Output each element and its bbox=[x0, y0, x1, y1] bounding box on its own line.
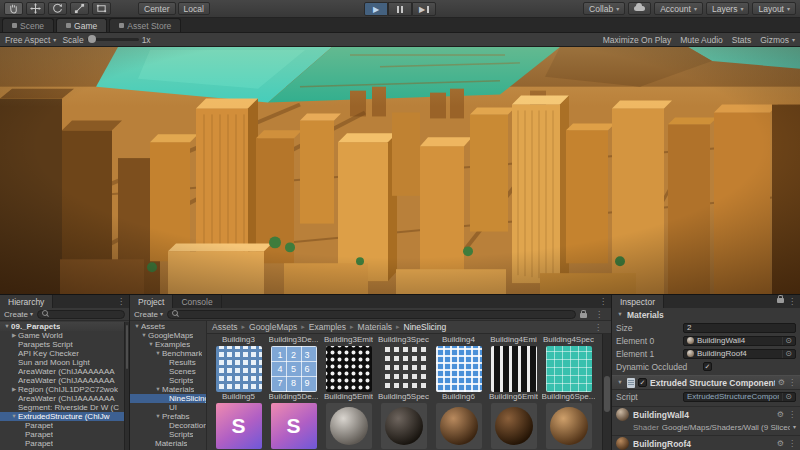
breadcrumb-item[interactable]: Materials bbox=[358, 322, 392, 332]
asset-cell[interactable]: SBuildingRow... bbox=[211, 403, 266, 450]
element1-object-field[interactable]: BuildingRoof4 ⊙ bbox=[683, 349, 796, 359]
move-tool-button[interactable] bbox=[26, 2, 45, 15]
asset-cell[interactable]: BuildingWall3 bbox=[431, 403, 486, 450]
folder-row[interactable]: ▼Prefabs bbox=[130, 412, 206, 421]
material1-menu-icon[interactable]: ⋮ bbox=[788, 411, 796, 419]
asset-cell[interactable]: Building5 bbox=[211, 346, 266, 402]
material2-header[interactable]: BuildingRoof4 ⚙ ⋮ bbox=[612, 435, 800, 450]
breadcrumb-item-current[interactable]: NineSlicing bbox=[404, 322, 447, 332]
script-object-field[interactable]: ExtrudedStructureComponent ⊙ bbox=[683, 392, 796, 402]
texture-thumbnail[interactable] bbox=[436, 346, 482, 392]
shader-value[interactable]: Google/Maps/Shaders/Wall (9 Sliced), Deb… bbox=[662, 423, 790, 432]
play-button[interactable]: ▶ bbox=[364, 2, 388, 16]
scrollbar-thumb[interactable] bbox=[126, 325, 128, 369]
stats-toggle[interactable]: Stats bbox=[732, 35, 751, 45]
asset-cell[interactable]: Building3Emit bbox=[321, 335, 376, 345]
inspector-lock-icon[interactable] bbox=[777, 298, 784, 303]
size-field[interactable]: 2 bbox=[683, 323, 796, 333]
cloud-services-button[interactable] bbox=[628, 2, 651, 15]
account-dropdown[interactable]: Account ▾ bbox=[654, 2, 703, 15]
tab-asset-store[interactable]: Asset Store bbox=[109, 18, 181, 32]
aspect-dropdown[interactable]: Free Aspect ▾ bbox=[5, 35, 56, 45]
hand-tool-button[interactable] bbox=[4, 2, 23, 15]
scale-slider[interactable] bbox=[87, 38, 139, 41]
foldout-open-icon[interactable]: ▼ bbox=[3, 324, 11, 330]
tab-hierarchy[interactable]: Hierarchy bbox=[0, 295, 53, 308]
breadcrumb-item[interactable]: Assets bbox=[212, 322, 238, 332]
object-picker-icon[interactable]: ⊙ bbox=[782, 393, 792, 401]
material-thumbnail[interactable] bbox=[491, 403, 537, 449]
hierarchy-item[interactable]: ▶Game World bbox=[0, 331, 129, 340]
hierarchy-item[interactable]: AreaWater (ChIJAAAAAAA bbox=[0, 394, 129, 403]
project-scrollbar[interactable] bbox=[602, 334, 611, 450]
asset-cell[interactable]: Building6 bbox=[431, 346, 486, 402]
hierarchy-item[interactable]: Parapet bbox=[0, 430, 129, 439]
asset-cell[interactable]: BuildingWall... bbox=[321, 403, 376, 450]
material1-header[interactable]: BuildingWall4 ⚙ ⋮ bbox=[612, 406, 800, 422]
hierarchy-scene-row[interactable]: ▼ 09._Parapets bbox=[0, 322, 129, 331]
substance-thumbnail[interactable]: S bbox=[271, 403, 317, 449]
object-picker-icon[interactable]: ⊙ bbox=[782, 350, 792, 358]
breadcrumb-item[interactable]: Examples bbox=[309, 322, 346, 332]
materials-foldout[interactable]: ▼ Materials bbox=[612, 308, 800, 321]
gear-icon[interactable]: ⚙ bbox=[777, 440, 784, 448]
texture-thumbnail[interactable] bbox=[381, 346, 427, 392]
dynamic-occluded-checkbox[interactable]: ✓ bbox=[703, 362, 712, 371]
scrollbar-thumb[interactable] bbox=[604, 376, 610, 412]
gear-icon[interactable]: ⚙ bbox=[777, 411, 784, 419]
hierarchy-create-button[interactable]: Create ▾ bbox=[4, 310, 33, 319]
texture-thumbnail[interactable] bbox=[326, 346, 372, 392]
asset-cell[interactable]: Building3Spec bbox=[376, 335, 431, 345]
folder-row[interactable]: UI bbox=[130, 403, 206, 412]
asset-cell[interactable]: 1 2 3 4 5 6 7 8 9Building5De... bbox=[266, 346, 321, 402]
step-button[interactable]: ▶ bbox=[412, 2, 436, 16]
maximize-on-play-toggle[interactable]: Maximize On Play bbox=[603, 35, 672, 45]
collab-dropdown[interactable]: Collab ▾ bbox=[583, 2, 625, 15]
hierarchy-item[interactable]: Parapet bbox=[0, 421, 129, 430]
rotate-tool-button[interactable] bbox=[48, 2, 67, 15]
layout-dropdown[interactable]: Layout ▾ bbox=[752, 2, 796, 15]
layers-dropdown[interactable]: Layers ▾ bbox=[706, 2, 750, 15]
tab-scene[interactable]: Scene bbox=[2, 18, 54, 32]
material-thumbnail[interactable] bbox=[381, 403, 427, 449]
scale-tool-button[interactable] bbox=[70, 2, 89, 15]
hierarchy-item[interactable]: API Key Checker bbox=[0, 349, 129, 358]
foldout-open-icon[interactable]: ▼ bbox=[154, 387, 162, 393]
folder-row[interactable]: ▼Benchmark bbox=[130, 349, 206, 358]
component-header[interactable]: ▼ ✓ Extruded Structure Component (Script… bbox=[612, 375, 800, 390]
asset-cell[interactable]: Building4Emi bbox=[486, 335, 541, 345]
foldout-open-icon[interactable]: ▼ bbox=[140, 333, 148, 339]
pause-button[interactable] bbox=[388, 2, 412, 16]
hierarchy-menu-icon[interactable]: ⋮ bbox=[113, 295, 129, 308]
hierarchy-item[interactable]: Sun and Moon Light bbox=[0, 358, 129, 367]
asset-cell[interactable]: Building5Spec bbox=[376, 346, 431, 402]
folder-row[interactable]: ▼Materials bbox=[130, 385, 206, 394]
folder-row[interactable]: Decorations bbox=[130, 421, 206, 430]
hierarchy-item-selected[interactable]: ▼ExtrudedStructure (ChIJw bbox=[0, 412, 129, 421]
texture-thumbnail[interactable] bbox=[546, 346, 592, 392]
gizmos-dropdown[interactable]: Gizmos ▾ bbox=[760, 35, 795, 45]
hierarchy-search-input[interactable] bbox=[37, 310, 125, 319]
asset-cell[interactable]: SBuildingWall1 bbox=[266, 403, 321, 450]
project-options-icon[interactable]: ⋮ bbox=[591, 310, 607, 319]
object-picker-icon[interactable]: ⊙ bbox=[782, 337, 792, 345]
folder-row[interactable]: Scripts bbox=[130, 430, 206, 439]
handle-space-button[interactable]: Local bbox=[178, 2, 210, 15]
rect-tool-button[interactable] bbox=[92, 2, 111, 15]
hierarchy-item[interactable]: ▶Region (ChIJL1DP2C72wok bbox=[0, 385, 129, 394]
foldout-open-icon[interactable]: ▼ bbox=[133, 324, 141, 330]
folder-row[interactable]: ▼GoogleMaps bbox=[130, 331, 206, 340]
mute-audio-toggle[interactable]: Mute Audio bbox=[680, 35, 723, 45]
foldout-open-icon[interactable]: ▼ bbox=[154, 414, 162, 420]
foldout-open-icon[interactable]: ▼ bbox=[10, 414, 18, 420]
substance-thumbnail[interactable]: S bbox=[216, 403, 262, 449]
tab-project[interactable]: Project bbox=[130, 295, 173, 308]
asset-cell[interactable]: BuildingWall2 bbox=[376, 403, 431, 450]
folder-row[interactable]: Materials bbox=[130, 439, 206, 448]
tab-game[interactable]: Game bbox=[56, 18, 107, 32]
asset-cell[interactable]: Building5Emit bbox=[321, 346, 376, 402]
asset-cell[interactable]: Building3 bbox=[211, 335, 266, 345]
gear-icon[interactable]: ⚙ bbox=[778, 379, 785, 387]
pivot-toggle-button[interactable]: Center bbox=[138, 2, 176, 15]
asset-cell[interactable]: Building3De... bbox=[266, 335, 321, 345]
